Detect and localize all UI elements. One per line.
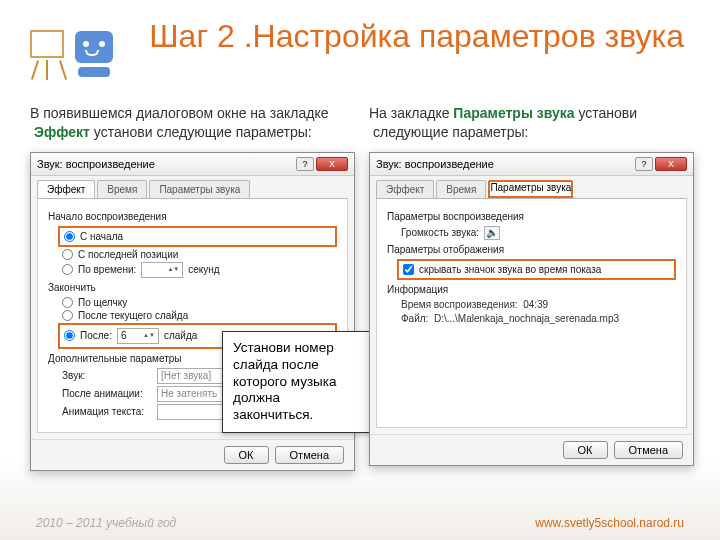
- ok-button[interactable]: ОК: [224, 446, 269, 464]
- time-spinner[interactable]: ▲▼: [141, 262, 183, 278]
- group-end: Закончить: [48, 282, 337, 293]
- tab-time[interactable]: Время: [97, 180, 147, 198]
- info-duration: Время воспроизведения: 04:39: [401, 299, 676, 310]
- group-start: Начало воспроизведения: [48, 211, 337, 222]
- dialog-effect: Звук: воспроизведение ? X Эффект Время П…: [30, 152, 355, 471]
- rb-after-n[interactable]: [64, 330, 75, 341]
- slide-title: Шаг 2 .Настройка параметров звука: [120, 18, 690, 55]
- tab-effect[interactable]: Эффект: [37, 180, 95, 198]
- dialog2-title: Звук: воспроизведение: [376, 158, 494, 170]
- tab-soundparams[interactable]: Параметры звука: [149, 180, 250, 198]
- ok-button-2[interactable]: ОК: [563, 441, 608, 459]
- info-file: Файл: D:\...\Malenkaja_nochnaja_serenada…: [401, 313, 676, 324]
- callout-note: Установи номер слайда после которого муз…: [222, 331, 372, 433]
- cancel-button[interactable]: Отмена: [275, 446, 344, 464]
- dialog-soundparams: Звук: воспроизведение ? X Эффект Время П…: [369, 152, 694, 466]
- group-playparams: Параметры воспроизведения: [387, 211, 676, 222]
- footer: 2010 – 2011 учебный год www.svetly5schoo…: [0, 516, 720, 530]
- tab2-soundparams[interactable]: Параметры звука: [488, 180, 573, 198]
- rb-on-click[interactable]: [62, 297, 73, 308]
- help-button[interactable]: ?: [296, 157, 314, 171]
- group-dispparams: Параметры отображения: [387, 244, 676, 255]
- volume-icon[interactable]: 🔈: [484, 226, 500, 240]
- tabstrip: Эффект Время Параметры звука: [31, 176, 354, 198]
- dialog-title: Звук: воспроизведение: [37, 158, 155, 170]
- dialog-titlebar: Звук: воспроизведение ? X: [31, 153, 354, 176]
- footer-year: 2010 – 2011 учебный год: [36, 516, 176, 530]
- left-instruction: В появившемся диалоговом окне на закладк…: [30, 104, 355, 142]
- after-spinner[interactable]: 6▲▼: [117, 328, 159, 344]
- tabstrip-2: Эффект Время Параметры звука: [370, 176, 693, 198]
- rb-from-start[interactable]: [64, 231, 75, 242]
- close-button-2[interactable]: X: [655, 157, 687, 171]
- cancel-button-2[interactable]: Отмена: [614, 441, 683, 459]
- help-button-2[interactable]: ?: [635, 157, 653, 171]
- keyword-soundparams: Параметры звука: [453, 105, 574, 121]
- slide-clipart: [30, 18, 120, 88]
- dialog2-titlebar: Звук: воспроизведение ? X: [370, 153, 693, 176]
- tab2-time[interactable]: Время: [436, 180, 486, 198]
- rb-last-pos[interactable]: [62, 249, 73, 260]
- footer-link[interactable]: www.svetly5school.narod.ru: [535, 516, 684, 530]
- computer-icon: [72, 27, 116, 79]
- keyword-effect: Эффект: [34, 124, 90, 140]
- group-info: Информация: [387, 284, 676, 295]
- cb-hide-icon[interactable]: [403, 264, 414, 275]
- tab2-effect[interactable]: Эффект: [376, 180, 434, 198]
- close-button[interactable]: X: [316, 157, 348, 171]
- highlight-hideicon: скрывать значок звука во время показа: [397, 259, 676, 280]
- highlight-start: С начала: [58, 226, 337, 247]
- rb-after-current[interactable]: [62, 310, 73, 321]
- rb-by-time[interactable]: [62, 264, 73, 275]
- easel-icon: [30, 28, 68, 78]
- right-instruction: На закладке Параметры звука установи сле…: [369, 104, 694, 142]
